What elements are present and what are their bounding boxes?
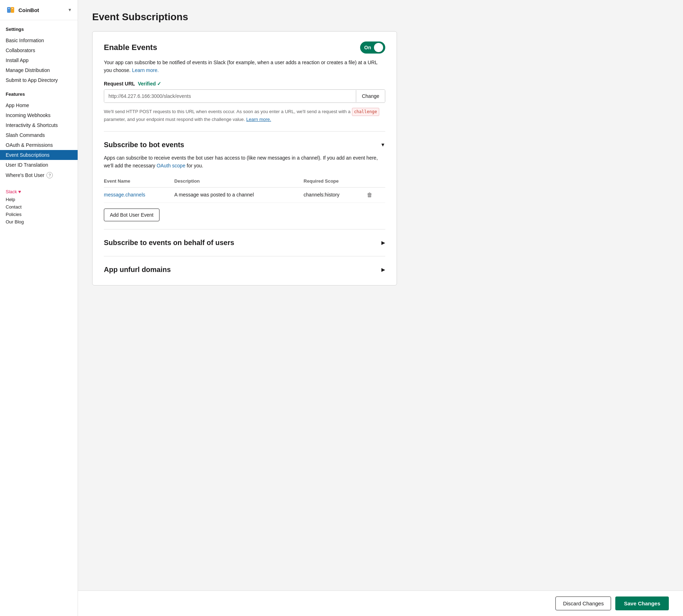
- bot-events-description: Apps can subscribe to receive events the…: [104, 154, 385, 170]
- user-events-title: Subscribe to events on behalf of users: [104, 239, 234, 247]
- footer-link-policies[interactable]: Policies: [6, 211, 72, 218]
- add-bot-user-event-button[interactable]: Add Bot User Event: [104, 209, 159, 221]
- sidebar-item-install-app[interactable]: Install App: [0, 55, 78, 65]
- divider-2: [104, 229, 385, 229]
- sidebar-item-submit-app-directory[interactable]: Submit to App Directory: [0, 75, 78, 85]
- footer-link-contact[interactable]: Contact: [6, 203, 72, 211]
- request-url-input[interactable]: [104, 90, 356, 102]
- event-scope: channels:history: [304, 187, 366, 202]
- main-card: Enable Events On Your app can subscribe …: [92, 31, 397, 285]
- delete-event-icon[interactable]: 🗑: [365, 190, 374, 199]
- discard-changes-button[interactable]: Discard Changes: [555, 596, 611, 610]
- unfurl-expand-icon: ▶: [381, 267, 385, 272]
- request-url-label: Request URL Verified ✓: [104, 81, 385, 87]
- enable-events-learn-more-link[interactable]: Learn more.: [132, 67, 158, 73]
- bot-events-title: Subscribe to bot events: [104, 141, 184, 149]
- save-changes-button[interactable]: Save Changes: [615, 596, 669, 610]
- enable-events-title: Enable Events: [104, 43, 157, 52]
- enable-events-header: Enable Events On: [104, 41, 385, 54]
- svg-rect-4: [12, 8, 13, 9]
- chevron-down-icon: ▼: [68, 7, 72, 12]
- sidebar-item-event-subscriptions[interactable]: Event Subscriptions: [0, 150, 78, 160]
- features-nav: App Home Incoming Webhooks Interactivity…: [0, 100, 78, 181]
- url-input-row: Change: [104, 89, 385, 103]
- sidebar-footer: Slack ♥ Help Contact Policies Our Blog: [0, 189, 78, 226]
- bot-events-collapse-icon: ▼: [380, 142, 385, 148]
- bot-events-section-header[interactable]: Subscribe to bot events ▼: [104, 139, 385, 150]
- settings-section: Settings: [0, 20, 78, 35]
- oauth-scope-link[interactable]: OAuth scope: [157, 163, 185, 168]
- divider-3: [104, 256, 385, 256]
- url-learn-more-link[interactable]: Learn more.: [246, 117, 271, 122]
- enable-events-description: Your app can subscribe to be notified of…: [104, 59, 385, 74]
- page-title: Event Subscriptions: [92, 11, 669, 23]
- sidebar-item-slash-commands[interactable]: Slash Commands: [0, 130, 78, 140]
- sidebar-item-user-id-translation[interactable]: User ID Translation: [0, 160, 78, 170]
- col-description: Description: [174, 176, 304, 188]
- help-circle-icon: ?: [46, 172, 53, 178]
- event-description: A message was posted to a channel: [174, 187, 304, 202]
- col-event-name: Event Name: [104, 176, 174, 188]
- bot-events-table: Event Name Description Required Scope me…: [104, 176, 385, 203]
- svg-rect-2: [11, 7, 14, 13]
- sidebar-header[interactable]: CoinBot ▼: [0, 0, 78, 20]
- checkmark-icon: ✓: [157, 81, 161, 87]
- slack-love-label: Slack ♥: [6, 189, 72, 194]
- settings-title: Settings: [6, 27, 72, 32]
- settings-nav: Basic Information Collaborators Install …: [0, 35, 78, 85]
- sidebar-item-interactivity-shortcuts[interactable]: Interactivity & Shortcuts: [0, 120, 78, 130]
- table-row: message.channels A message was posted to…: [104, 187, 385, 202]
- toggle-label: On: [364, 45, 371, 50]
- url-description: We'll send HTTP POST requests to this UR…: [104, 108, 385, 123]
- svg-rect-3: [8, 8, 10, 9]
- challenge-badge: challenge: [352, 108, 379, 116]
- sidebar-item-basic-information[interactable]: Basic Information: [0, 35, 78, 45]
- bottom-bar: Discard Changes Save Changes: [78, 590, 683, 616]
- footer-link-our-blog[interactable]: Our Blog: [6, 218, 72, 226]
- user-events-expand-icon: ▶: [381, 240, 385, 245]
- sidebar-item-wheres-bot-user[interactable]: Where's Bot User ?: [0, 170, 78, 181]
- unfurl-title: App unfurl domains: [104, 266, 171, 274]
- verified-badge: Verified ✓: [138, 81, 161, 87]
- event-name-link[interactable]: message.channels: [104, 192, 145, 198]
- toggle-knob: [374, 43, 383, 52]
- col-required-scope: Required Scope: [304, 176, 366, 188]
- enable-events-toggle[interactable]: On: [360, 41, 385, 54]
- sidebar-item-app-home[interactable]: App Home: [0, 100, 78, 110]
- features-title: Features: [6, 91, 72, 97]
- unfurl-section-header[interactable]: App unfurl domains ▶: [104, 264, 385, 275]
- sidebar-item-incoming-webhooks[interactable]: Incoming Webhooks: [0, 110, 78, 120]
- main-content: Event Subscriptions Enable Events On You…: [78, 0, 683, 616]
- sidebar-item-manage-distribution[interactable]: Manage Distribution: [0, 65, 78, 75]
- footer-link-help[interactable]: Help: [6, 196, 72, 203]
- app-name: CoinBot: [18, 7, 68, 13]
- svg-rect-1: [7, 7, 11, 13]
- features-section: Features: [0, 85, 78, 100]
- sidebar: CoinBot ▼ Settings Basic Information Col…: [0, 0, 78, 616]
- sidebar-item-collaborators[interactable]: Collaborators: [0, 45, 78, 55]
- app-logo: [6, 5, 16, 15]
- divider-1: [104, 131, 385, 132]
- sidebar-item-oauth-permissions[interactable]: OAuth & Permissions: [0, 140, 78, 150]
- user-events-section-header[interactable]: Subscribe to events on behalf of users ▶: [104, 237, 385, 248]
- change-url-button[interactable]: Change: [356, 90, 385, 102]
